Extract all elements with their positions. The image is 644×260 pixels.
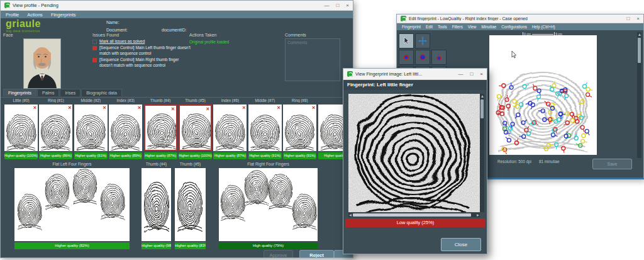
- face-photo[interactable]: [23, 38, 61, 89]
- minutia-marker[interactable]: [586, 93, 592, 97]
- slap-image[interactable]: [142, 168, 171, 241]
- remove-fingerprint-icon[interactable]: ×: [138, 105, 141, 111]
- popup-horizontal-scrollbar[interactable]: [348, 213, 480, 217]
- scrollbar-thumb[interactable]: [480, 99, 484, 118]
- slap-image[interactable]: [14, 168, 130, 241]
- fingerprint-image[interactable]: [348, 94, 480, 212]
- reject-button[interactable]: Reject: [299, 250, 334, 258]
- minutia-marker[interactable]: [581, 139, 587, 143]
- finger-label: Index (#6): [213, 98, 247, 103]
- resolution-status: Resolution: 500 dpi: [497, 159, 531, 164]
- scrollbar-thumb[interactable]: [353, 213, 471, 217]
- remove-fingerprint-icon[interactable]: ×: [242, 105, 245, 111]
- minutia-marker[interactable]: [542, 147, 548, 151]
- close-icon[interactable]: ×: [480, 71, 483, 77]
- remove-fingerprint-icon[interactable]: ×: [277, 105, 280, 111]
- remove-fingerprint-icon[interactable]: ×: [103, 105, 106, 111]
- fingerprint-thumbnail[interactable]: ×: [4, 105, 38, 151]
- quality-bar: High quality (79%): [219, 242, 318, 249]
- minutia-marker[interactable]: [533, 84, 537, 91]
- menu-fingerprints[interactable]: Fingerprints: [51, 12, 76, 18]
- fingerprint-thumbnail[interactable]: ×: [74, 105, 108, 151]
- minutia-marker[interactable]: [506, 137, 511, 142]
- editor-menu-view[interactable]: View: [468, 25, 477, 29]
- quality-badge: Higher quality (89%): [109, 152, 142, 159]
- fingerprint-header: Fingerprint: Left little finger: [343, 80, 487, 90]
- editor-menu-minutiae[interactable]: Minutiae: [481, 25, 496, 29]
- fingerprint-thumbnail[interactable]: ×: [39, 105, 72, 151]
- minutia-marker[interactable]: [582, 133, 588, 138]
- comments-input[interactable]: Comments: [285, 38, 340, 81]
- approve-button[interactable]: Approve: [264, 250, 293, 258]
- tab-irises[interactable]: Irises: [60, 89, 80, 96]
- cursor-icon: [402, 37, 411, 45]
- move-tool[interactable]: [415, 33, 430, 48]
- fingerprint-canvas[interactable]: [489, 35, 597, 155]
- issue-text: [Sequence Control] Main Right thumb fing…: [99, 57, 192, 68]
- document-id-label: documentID:: [162, 28, 187, 32]
- remove-fingerprint-icon[interactable]: ×: [171, 106, 174, 112]
- fingerprint-thumbnail[interactable]: ×: [248, 105, 282, 151]
- scroll-left-icon[interactable]: [349, 214, 352, 217]
- remove-fingerprint-icon[interactable]: ×: [206, 106, 209, 112]
- actions-section-label: Actions Taken: [189, 33, 216, 37]
- minimize-icon[interactable]: —: [458, 71, 463, 77]
- scrollbar-thumb[interactable]: [638, 38, 641, 63]
- minutia-dot-ring-icon: [418, 53, 427, 62]
- editor-menu-configurations[interactable]: Configurations: [501, 25, 527, 29]
- tab-palms[interactable]: Palms: [37, 89, 59, 96]
- fingerprint-graphic: [284, 114, 315, 150]
- quality-badge: Higher quality (91%): [74, 152, 108, 159]
- minutia-line-icon: [435, 53, 443, 62]
- save-button[interactable]: Save: [592, 159, 632, 169]
- fingerprint-thumbnail[interactable]: ×: [213, 105, 247, 151]
- maximize-icon[interactable]: □: [470, 71, 473, 77]
- editor-vertical-scrollbar[interactable]: [637, 32, 641, 158]
- scroll-up-icon[interactable]: [638, 33, 641, 36]
- close-icon[interactable]: ×: [636, 16, 640, 21]
- editor-menu-edit[interactable]: Edit: [426, 25, 433, 29]
- fingerprint-thumbnail[interactable]: ×: [283, 105, 316, 151]
- menu-actions[interactable]: Actions: [27, 12, 43, 18]
- maximize-icon[interactable]: □: [336, 3, 339, 8]
- minutia-marker[interactable]: [583, 82, 587, 88]
- editor-menu-tools[interactable]: Tools: [438, 25, 447, 29]
- minutia-marker[interactable]: [586, 88, 592, 91]
- editor-menu-help-ctrl-h[interactable]: Help (Ctrl+H): [532, 25, 555, 29]
- remove-fingerprint-icon[interactable]: ×: [312, 105, 315, 111]
- fingerprint-thumbnail[interactable]: ×: [179, 105, 212, 151]
- view-fingerprint-window: View Fingerprint image: Left littl... — …: [343, 68, 487, 254]
- fingerprint-thumbnail[interactable]: ×: [109, 105, 142, 151]
- fingerprint-graphic: [147, 113, 177, 149]
- tab-fingerprints[interactable]: Fingerprints: [3, 89, 36, 96]
- maximize-icon[interactable]: □: [626, 16, 630, 21]
- minutia-dot-ring-tool[interactable]: [415, 50, 430, 65]
- scroll-up-icon[interactable]: [481, 95, 484, 98]
- mark-all-checkbox[interactable]: [92, 40, 97, 44]
- slap-label: Thumb (#4): [142, 162, 171, 166]
- minutia-marker[interactable]: [499, 84, 506, 88]
- remove-fingerprint-icon[interactable]: ×: [33, 105, 36, 111]
- quality-badge: Higher quality (86%): [39, 152, 72, 159]
- minutia-marker[interactable]: [537, 95, 541, 101]
- close-button[interactable]: Close: [441, 238, 481, 251]
- fingerprint-thumbnail[interactable]: ×: [144, 105, 177, 151]
- minimize-icon[interactable]: —: [324, 3, 329, 8]
- slap-image[interactable]: [219, 168, 318, 241]
- popup-window-title: View Fingerprint image: Left littl...: [355, 71, 422, 77]
- tab-biographic-data[interactable]: Biographic data: [81, 89, 122, 96]
- scroll-right-icon[interactable]: [477, 214, 479, 217]
- slap-images-section: Flat Left Four FingersHigher quality (82…: [1, 162, 353, 250]
- remove-fingerprint-icon[interactable]: ×: [68, 105, 71, 111]
- minutia-line-tool[interactable]: [431, 50, 447, 65]
- slap-image[interactable]: [175, 168, 206, 241]
- mark-all-issues-link[interactable]: Mark all issues as solved: [99, 39, 145, 43]
- minutia-dot-tool[interactable]: [399, 50, 414, 65]
- fingerprint-graphic: [6, 114, 36, 150]
- close-icon[interactable]: ×: [346, 3, 349, 8]
- popup-vertical-scrollbar[interactable]: [480, 94, 484, 212]
- menu-profile[interactable]: Profile: [6, 12, 19, 18]
- editor-menu-fingerprint[interactable]: Fingerprint: [402, 25, 421, 29]
- cursor-tool[interactable]: [399, 33, 414, 48]
- editor-menu-filters[interactable]: Filters: [452, 25, 463, 29]
